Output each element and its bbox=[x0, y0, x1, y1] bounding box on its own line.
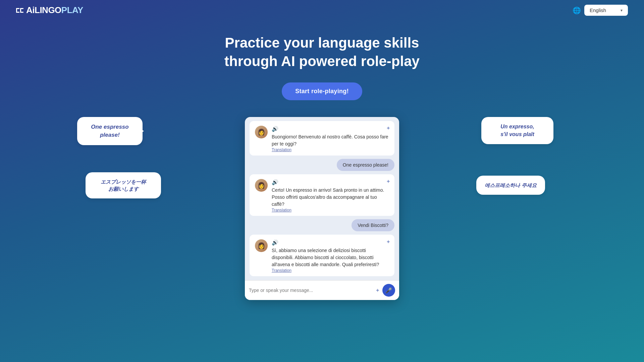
language-dropdown[interactable]: English ▾ bbox=[584, 5, 628, 16]
svg-rect-2 bbox=[16, 12, 19, 13]
content-area: One espresso please! エスプレッソを一杯お願いします 👩 🔊… bbox=[0, 117, 644, 300]
sparkle-icon-3[interactable]: ✦ bbox=[386, 239, 390, 245]
ai-message-3-text: Sì, abbiamo una selezione di deliziosi b… bbox=[272, 248, 379, 267]
translation-link-3[interactable]: Translation bbox=[272, 268, 389, 273]
chat-input[interactable] bbox=[249, 288, 373, 293]
svg-rect-1 bbox=[16, 8, 19, 9]
sparkle-icon-2[interactable]: ✦ bbox=[386, 178, 390, 185]
logo: AiLINGOPLAY bbox=[16, 5, 83, 15]
hero-section: Practice your language skills through AI… bbox=[0, 20, 644, 110]
speaker-icon-2[interactable]: 🔊 bbox=[272, 179, 389, 185]
ai-message-1-content: 🔊 Buongiorno! Benvenuto al nostro caffè.… bbox=[272, 126, 389, 152]
translation-link-2[interactable]: Translation bbox=[272, 208, 389, 213]
mic-icon: 🎤 bbox=[385, 287, 392, 294]
ai-message-2-content: 🔊 Certo! Un espresso in arrivo! Sarà pro… bbox=[272, 179, 389, 213]
mic-button[interactable]: 🎤 bbox=[382, 284, 395, 297]
avatar-1: 👩 bbox=[255, 126, 268, 138]
speaker-icon-1[interactable]: 🔊 bbox=[272, 126, 389, 132]
avatar-2: 👩 bbox=[255, 179, 268, 192]
translation-link-1[interactable]: Translation bbox=[272, 147, 389, 152]
input-sparkle-icon[interactable]: ✦ bbox=[375, 287, 380, 294]
user-message-2: Vendi Biscotti? bbox=[352, 219, 394, 231]
speech-bubble-left-top: One espresso please! bbox=[77, 117, 143, 145]
sparkle-icon-1[interactable]: ✦ bbox=[386, 125, 390, 131]
ai-message-2-text: Certo! Un espresso in arrivo! Sarà pront… bbox=[272, 187, 384, 207]
user-message-1: One espresso please! bbox=[337, 159, 394, 171]
ai-message-3-content: 🔊 Sì, abbiamo una selezione di deliziosi… bbox=[272, 239, 389, 273]
chevron-down-icon: ▾ bbox=[621, 8, 623, 13]
speech-bubble-left-bottom: エスプレッソを一杯お願いします bbox=[86, 172, 161, 198]
french-text: Un expresso,s'il vous plaît bbox=[500, 124, 534, 137]
svg-rect-4 bbox=[20, 8, 23, 9]
globe-icon: 🌐 bbox=[573, 6, 581, 14]
chat-body: 👩 🔊 Buongiorno! Benvenuto al nostro caff… bbox=[245, 117, 399, 280]
speech-bubble-right-top: Un expresso,s'il vous plaît bbox=[481, 117, 553, 144]
ai-message-2: 👩 🔊 Certo! Un espresso in arrivo! Sarà p… bbox=[250, 174, 394, 216]
japanese-text: エスプレッソを一杯お願いします bbox=[101, 179, 146, 192]
chat-window: 👩 🔊 Buongiorno! Benvenuto al nostro caff… bbox=[245, 117, 399, 300]
ai-message-3: 👩 🔊 Sì, abbiamo una selezione di delizio… bbox=[250, 235, 394, 276]
language-label: English bbox=[590, 7, 606, 13]
logo-text: AiLINGOPLAY bbox=[26, 5, 83, 15]
chat-input-area: ✦ 🎤 bbox=[245, 280, 399, 300]
svg-rect-5 bbox=[20, 12, 23, 13]
speech-bubble-right-bottom: 에스프레소하나 주세요 bbox=[476, 176, 545, 195]
language-selector[interactable]: 🌐 English ▾ bbox=[573, 5, 628, 16]
logo-icon bbox=[16, 7, 23, 13]
avatar-3: 👩 bbox=[255, 239, 268, 252]
speaker-icon-3[interactable]: 🔊 bbox=[272, 239, 389, 246]
hero-title: Practice your language skills through AI… bbox=[205, 34, 439, 70]
korean-text: 에스프레소하나 주세요 bbox=[485, 182, 536, 188]
ai-message-1: 👩 🔊 Buongiorno! Benvenuto al nostro caff… bbox=[250, 121, 394, 156]
start-button[interactable]: Start role-playing! bbox=[282, 82, 362, 100]
ai-message-1-text: Buongiorno! Benvenuto al nostro caffè. C… bbox=[272, 134, 388, 146]
